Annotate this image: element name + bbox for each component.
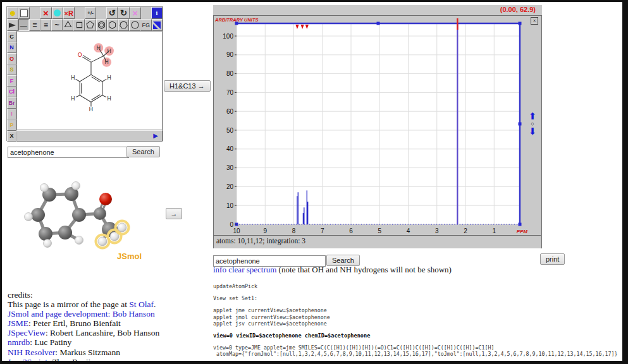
jsme-ring-benzene-button[interactable] [96,19,108,31]
credits-link[interactable]: NIH Resolver [8,348,55,357]
jsme-jme-logo-button[interactable] [152,19,163,31]
jsme-delete-group-button[interactable]: × [130,7,141,19]
jsme-element-cl-button[interactable]: Cl [7,87,16,98]
jsme-drawing-canvas[interactable]: OHHHHHHHH [16,31,163,130]
jsme-redo-button[interactable]: ↻ [118,7,129,19]
credits-link[interactable]: Java2Script [8,357,47,364]
jsme-ring-5-button[interactable] [85,19,96,31]
jsme-element-f-button[interactable]: F [7,75,16,87]
jsme-element-o-button[interactable]: O [7,53,16,64]
svg-text:5: 5 [378,228,381,234]
jsme-element-i-button[interactable]: I [7,109,16,120]
jsmol-logo[interactable]: JSmol [117,252,142,261]
svg-text:20: 20 [226,183,234,190]
jsme-element-c-button[interactable]: C [7,31,16,42]
jsme-single-bond-button[interactable]: — [18,19,30,31]
info-text: (note that OH and NH hydrogens will not … [276,265,452,274]
jsme-delete-button[interactable]: × [40,7,51,19]
svg-text:70: 70 [226,89,234,96]
credits-link[interactable]: nmrdb [8,337,30,347]
jsme-toolbar-row2: —=≡~FG [7,19,163,31]
svg-text:PPM: PPM [517,229,528,234]
svg-text:H: H [107,95,111,102]
info-link[interactable]: info [213,265,226,274]
credits-line: NIH Resolver: Markus Sitzmann [8,348,159,357]
left-search-input[interactable] [8,147,129,158]
jsme-delete-group-icon: × [132,8,138,18]
credits-line: credits: [8,290,159,300]
jsme-element-x-button[interactable]: X [7,131,16,142]
h1c13-button[interactable]: H1&C13 → [164,80,211,92]
svg-text:7: 7 [321,228,324,234]
jsme-element-s-button[interactable]: S [7,64,16,76]
credits-link[interactable]: JSME [8,318,28,328]
jsme-info-button[interactable]: i [151,7,163,19]
jsme-spacer-4 [141,7,151,19]
jsme-stereo-bond-icon [9,23,16,28]
jsme-stereo-bond-button[interactable] [7,19,18,31]
console-line: View set Set1: [213,295,625,301]
jsme-triple-bond-button[interactable]: ≡ [40,19,52,31]
credits-link[interactable]: JSpecView [8,328,46,337]
credits-line: Java2Script: Zhou Renjian [8,357,159,364]
console-line: view=0 viewID=$acetophenone chemID=$acet… [213,332,625,339]
jsme-marker-button[interactable] [52,7,63,19]
jsme-charge-button[interactable]: +/- [85,7,96,19]
info-link[interactable]: clear spectrum [228,265,276,274]
jsme-clear-icon [20,9,28,17]
jsme-ring-8-button[interactable] [129,19,140,31]
jsmol-viewer[interactable]: JSmol [6,171,190,265]
jsme-element-br-button[interactable]: Br [7,97,16,109]
jsme-ring-6-button[interactable] [107,19,118,31]
svg-text:H: H [71,95,75,102]
spectrum-close-icon[interactable]: × [531,17,538,25]
jsme-bottom-bar: ▶ [16,130,163,142]
zoom-up-arrow-icon[interactable]: ⬆ [526,112,539,121]
jsme-info-icon: i [156,9,158,16]
print-button[interactable]: print [540,253,565,265]
jsme-smiley-button[interactable]: ☻ [7,7,18,19]
jsme-ring-4-icon [75,20,84,30]
jsme-ring-4-button[interactable] [73,19,85,31]
svg-text:40: 40 [226,145,234,152]
credits-line: nmrdb: Luc Patiny [8,337,159,347]
console-line: applet jme currentView=$acetophenone [213,307,625,313]
y-axis-label: ARBITRARY UNITS [215,17,258,23]
left-search-button[interactable]: Search [126,146,160,157]
jsme-clear-canvas-button[interactable] [18,7,30,19]
spectrum-status-bar: atoms: 10,11,12; integration: 3 [214,235,541,248]
svg-text:80: 80 [226,70,234,77]
jsme-element-n-button[interactable]: N [7,42,16,54]
credits-link[interactable]: JSmol and page development: Bob Hanson [8,309,155,318]
svg-text:H: H [89,106,94,112]
svg-text:10: 10 [226,202,234,209]
jme-logo-icon [153,21,161,29]
jsme-undo-button[interactable]: ↺ [106,7,118,19]
svg-text:9: 9 [263,228,267,234]
jsme-scroll-arrow-icon[interactable]: ▶ [153,133,158,139]
jsme-ring-3-button[interactable] [63,19,74,31]
jsme-spacer-2 [75,7,85,19]
svg-text:H: H [107,48,111,54]
jsme-ring-3-icon [63,20,73,30]
jsme-ring-7-button[interactable] [118,19,130,31]
jsme-delete-rgroup-button[interactable]: ×R [63,7,75,19]
jsme-element-p-button[interactable]: P [7,119,16,131]
jsme-delete-icon: × [43,8,49,18]
jsme-chain-button[interactable]: ~ [51,19,63,31]
console-line [213,327,625,332]
credits-link[interactable]: St Olaf [129,300,154,309]
jsme-functional-group-button[interactable]: FG [140,19,152,31]
jsme-element-palette: CNOSFClBrIPX [7,31,16,142]
zoom-down-arrow-icon[interactable]: ⬇ [526,127,539,136]
jsme-single-bond-icon: — [20,21,27,29]
jsme-triple-bond-icon: ≡ [44,21,48,30]
jspecview-applet[interactable]: (0.00, 62.9) 010203040506070809010010987… [213,5,542,248]
transfer-arrow-button[interactable]: → [166,208,182,219]
jsme-spacer-3 [96,7,106,19]
jsme-double-bond-button[interactable]: = [29,19,40,31]
nmr-spectrum-plot[interactable]: 010203040506070809010010987654321PPM [213,5,542,248]
jsme-editor: ☻××R+/-↺↻×i —=≡~FG CNOSFClBrIPX OHHHHHHH… [6,6,163,141]
console-line: atomMap={"fromJmol":[null,1,3,2,4,5,6,7,… [213,351,625,357]
jsmol-molecule-model [6,171,190,265]
